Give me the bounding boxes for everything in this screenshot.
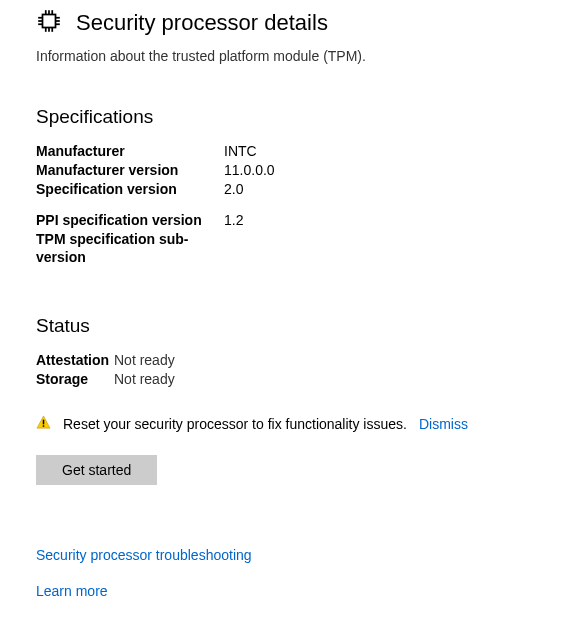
troubleshooting-link[interactable]: Security processor troubleshooting	[36, 547, 549, 563]
warning-icon	[36, 415, 51, 433]
status-value: Not ready	[114, 370, 175, 389]
chip-icon	[36, 8, 62, 38]
svg-rect-13	[43, 420, 45, 425]
spec-value: 2.0	[224, 180, 243, 199]
page-subtitle: Information about the trusted platform m…	[36, 48, 549, 64]
status-label: Storage	[36, 370, 114, 389]
svg-rect-14	[43, 425, 45, 427]
get-started-button[interactable]: Get started	[36, 455, 157, 485]
alert-text: Reset your security processor to fix fun…	[63, 416, 407, 432]
spec-label: Manufacturer version	[36, 161, 224, 180]
spec-label: Manufacturer	[36, 142, 224, 161]
spec-value: 11.0.0.0	[224, 161, 275, 180]
status-value: Not ready	[114, 351, 175, 370]
status-label: Attestation	[36, 351, 114, 370]
spec-value: INTC	[224, 142, 257, 161]
specifications-heading: Specifications	[36, 106, 549, 128]
spec-value: 1.2	[224, 211, 243, 230]
learn-more-link[interactable]: Learn more	[36, 583, 549, 599]
spec-label: Specification version	[36, 180, 224, 199]
spec-label: TPM specification sub-version	[36, 230, 224, 268]
status-heading: Status	[36, 315, 549, 337]
svg-rect-0	[43, 15, 56, 28]
page-title: Security processor details	[76, 10, 328, 36]
spec-label: PPI specification version	[36, 211, 224, 230]
dismiss-link[interactable]: Dismiss	[419, 416, 468, 432]
